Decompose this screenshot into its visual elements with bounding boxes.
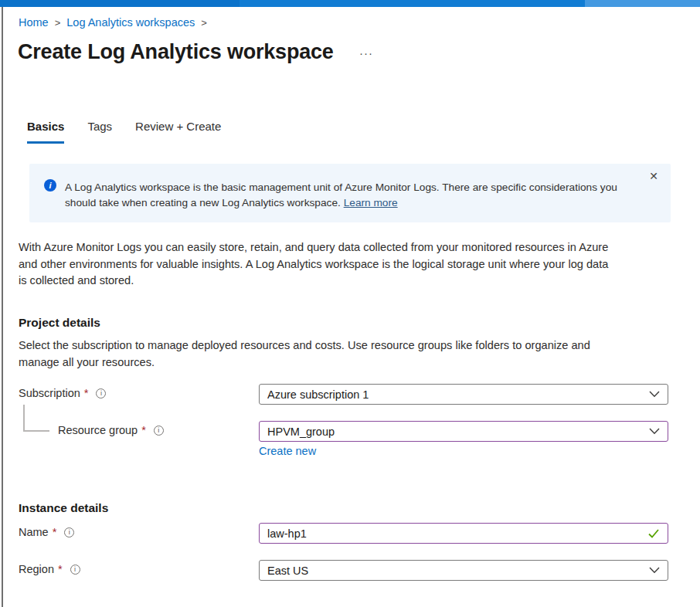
browser-top-strip-right [585, 0, 700, 7]
page-title: Create Log Analytics workspace [18, 40, 334, 64]
project-details-heading: Project details [19, 316, 100, 330]
info-tooltip-icon[interactable]: i [70, 565, 80, 575]
resource-group-dropdown[interactable]: HPVM_group [259, 421, 668, 442]
name-input[interactable] [267, 527, 647, 540]
valid-check-icon [647, 528, 660, 539]
required-asterisk: * [53, 526, 57, 538]
region-dropdown-value: East US [267, 565, 649, 577]
breadcrumb-link-log-analytics-workspaces[interactable]: Log Analytics workspaces [66, 16, 195, 29]
info-banner: i A Log Analytics workspace is the basic… [29, 164, 671, 222]
breadcrumb-separator-icon: > [49, 17, 67, 29]
chevron-down-icon [649, 391, 660, 398]
subscription-label: Subscription * i [19, 387, 106, 399]
intro-line: With Azure Monitor Logs you can easily s… [19, 239, 608, 256]
learn-more-link[interactable]: Learn more [344, 197, 398, 209]
create-new-link[interactable]: Create new [259, 445, 316, 457]
tab-basics[interactable]: Basics [27, 120, 64, 144]
tab-tags[interactable]: Tags [87, 120, 112, 144]
browser-top-strip [0, 0, 700, 7]
required-asterisk: * [141, 424, 146, 436]
info-icon: i [44, 179, 56, 192]
breadcrumb-separator-icon: > [195, 17, 213, 29]
name-label-text: Name [19, 526, 49, 538]
info-tooltip-icon[interactable]: i [64, 527, 74, 537]
name-field [259, 523, 668, 544]
region-label: Region * i [19, 563, 80, 575]
more-options-icon[interactable]: ··· [359, 46, 373, 59]
region-dropdown[interactable]: East US [259, 560, 668, 581]
project-details-desc-line: Select the subscription to manage deploy… [19, 337, 590, 354]
resource-group-label: Resource group * i [58, 424, 164, 436]
banner-line-2: should take when creating a new Log Anal… [65, 197, 344, 209]
project-details-description: Select the subscription to manage deploy… [19, 337, 590, 371]
instance-details-heading: Instance details [19, 501, 108, 515]
info-banner-text: A Log Analytics workspace is the basic m… [65, 180, 641, 210]
resource-group-dropdown-value: HPVM_group [267, 426, 649, 438]
create-log-analytics-workspace-page: Home>Log Analytics workspaces> Create Lo… [0, 0, 700, 607]
window-edge-line [2, 7, 3, 607]
field-hierarchy-connector [23, 405, 49, 432]
info-tooltip-icon[interactable]: i [96, 388, 106, 398]
project-details-desc-line: manage all your resources. [19, 354, 590, 371]
tab-bar: Basics Tags Review + Create [27, 120, 221, 144]
required-asterisk: * [84, 387, 89, 399]
subscription-dropdown[interactable]: Azure subscription 1 [259, 384, 668, 405]
info-tooltip-icon[interactable]: i [154, 426, 164, 436]
intro-line: and other environments for valuable insi… [19, 256, 608, 273]
banner-line-1: A Log Analytics workspace is the basic m… [65, 181, 617, 193]
chevron-down-icon [649, 428, 660, 435]
intro-line: is collected and stored. [19, 273, 608, 290]
intro-paragraph: With Azure Monitor Logs you can easily s… [19, 239, 608, 290]
breadcrumb-link-home[interactable]: Home [19, 16, 49, 29]
close-icon[interactable]: ✕ [649, 171, 658, 181]
name-label: Name * i [19, 526, 74, 538]
resource-group-label-text: Resource group [58, 424, 138, 436]
required-asterisk: * [58, 563, 63, 575]
tab-review-create[interactable]: Review + Create [135, 120, 221, 144]
subscription-dropdown-value: Azure subscription 1 [267, 388, 649, 401]
subscription-label-text: Subscription [19, 387, 80, 399]
chevron-down-icon [649, 567, 660, 574]
browser-top-strip-left [0, 0, 240, 7]
breadcrumb: Home>Log Analytics workspaces> [19, 16, 213, 29]
region-label-text: Region [19, 563, 54, 575]
